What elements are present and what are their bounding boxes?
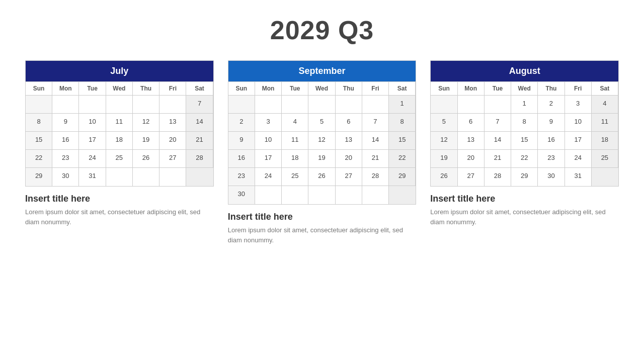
- day-name-fri-september: Fri: [362, 82, 389, 96]
- day-cell-september-w4-d3: 26: [308, 168, 335, 186]
- day-cell-september-w0-d2: [282, 96, 308, 114]
- day-name-mon-september: Mon: [255, 82, 282, 96]
- day-cell-september-w4-d2: 25: [282, 168, 308, 186]
- day-cell-july-w0-d1: [52, 96, 79, 114]
- day-cell-september-w5-d5: [362, 186, 389, 204]
- calendars-row: JulySunMonTueWedThuFriSat789101112131415…: [25, 60, 619, 245]
- day-cell-august-w0-d6: 4: [592, 96, 618, 114]
- day-cell-september-w0-d0: [228, 96, 255, 114]
- day-cell-september-w4-d4: 27: [336, 168, 362, 186]
- info-title-august: Insert title here: [430, 194, 619, 204]
- day-cell-july-w3-d2: 24: [79, 150, 106, 168]
- day-cell-september-w5-d3: [308, 186, 335, 204]
- day-cell-september-w3-d6: 22: [389, 150, 416, 168]
- day-cell-august-w2-d4: 16: [538, 132, 565, 150]
- calendar-info-july: Insert title hereLorem ipsum dolor sit a…: [25, 194, 214, 227]
- day-cell-september-w0-d4: [336, 96, 362, 114]
- day-name-tue-july: Tue: [79, 82, 106, 96]
- day-cell-july-w2-d4: 19: [133, 132, 159, 150]
- calendar-september: SeptemberSunMonTueWedThuFriSat1234567891…: [228, 60, 417, 245]
- day-cell-august-w3-d0: 19: [431, 150, 457, 168]
- day-name-tue-september: Tue: [282, 82, 308, 96]
- day-cell-july-w4-d0: 29: [26, 168, 52, 186]
- day-cell-july-w2-d1: 16: [52, 132, 79, 150]
- day-cell-september-w5-d0: 30: [228, 186, 255, 204]
- day-name-sat-september: Sat: [389, 82, 416, 96]
- day-cell-august-w2-d1: 13: [458, 132, 485, 150]
- day-cell-september-w2-d6: 15: [389, 132, 416, 150]
- day-cell-september-w4-d6: 29: [389, 168, 416, 186]
- day-cell-september-w5-d1: [255, 186, 282, 204]
- page-title: 2029 Q3: [270, 15, 374, 45]
- day-cell-september-w3-d5: 21: [362, 150, 389, 168]
- info-title-july: Insert title here: [25, 194, 214, 204]
- day-cell-august-w1-d1: 6: [458, 114, 485, 132]
- day-cell-august-w4-d1: 27: [458, 168, 485, 186]
- day-cell-september-w5-d2: [282, 186, 308, 204]
- day-cell-august-w1-d2: 7: [485, 114, 511, 132]
- day-cell-july-w3-d6: 28: [186, 150, 213, 168]
- calendar-header-september: September: [228, 61, 416, 81]
- day-cell-september-w3-d4: 20: [336, 150, 362, 168]
- day-cell-august-w3-d2: 21: [485, 150, 511, 168]
- day-cell-september-w2-d5: 14: [362, 132, 389, 150]
- day-cell-july-w4-d6: [186, 168, 213, 186]
- day-name-sun-july: Sun: [26, 82, 52, 96]
- day-cell-september-w0-d3: [308, 96, 335, 114]
- day-cell-august-w1-d4: 9: [538, 114, 565, 132]
- calendar-grid-september: SunMonTueWedThuFriSat1234567891011121314…: [228, 81, 416, 204]
- day-cell-september-w4-d0: 23: [228, 168, 255, 186]
- calendar-header-july: July: [26, 61, 213, 81]
- day-cell-august-w0-d2: [485, 96, 511, 114]
- day-cell-september-w2-d0: 9: [228, 132, 255, 150]
- day-cell-august-w4-d2: 28: [485, 168, 511, 186]
- day-cell-september-w4-d1: 24: [255, 168, 282, 186]
- day-name-wed-july: Wed: [106, 82, 133, 96]
- day-name-sun-august: Sun: [431, 82, 457, 96]
- day-cell-august-w3-d4: 23: [538, 150, 565, 168]
- calendar-container-september: SeptemberSunMonTueWedThuFriSat1234567891…: [228, 60, 417, 205]
- day-name-wed-august: Wed: [511, 82, 538, 96]
- day-cell-july-w0-d5: [159, 96, 186, 114]
- day-cell-july-w3-d0: 22: [26, 150, 52, 168]
- day-name-fri-august: Fri: [565, 82, 592, 96]
- day-cell-september-w1-d4: 6: [336, 114, 362, 132]
- day-cell-august-w1-d6: 11: [592, 114, 618, 132]
- day-cell-august-w0-d3: 1: [511, 96, 538, 114]
- day-cell-august-w4-d3: 29: [511, 168, 538, 186]
- day-cell-july-w1-d6: 14: [186, 114, 213, 132]
- day-cell-july-w3-d4: 26: [133, 150, 159, 168]
- day-cell-july-w1-d2: 10: [79, 114, 106, 132]
- calendar-info-september: Insert title hereLorem ipsum dolor sit a…: [228, 212, 417, 245]
- day-cell-september-w0-d6: 1: [389, 96, 416, 114]
- day-cell-august-w4-d6: [592, 168, 618, 186]
- day-cell-august-w4-d0: 26: [431, 168, 457, 186]
- day-cell-august-w4-d4: 30: [538, 168, 565, 186]
- day-name-thu-july: Thu: [133, 82, 159, 96]
- calendar-container-july: JulySunMonTueWedThuFriSat789101112131415…: [25, 60, 214, 187]
- day-cell-september-w3-d3: 19: [308, 150, 335, 168]
- day-cell-august-w2-d3: 15: [511, 132, 538, 150]
- day-cell-july-w1-d0: 8: [26, 114, 52, 132]
- calendar-grid-august: SunMonTueWedThuFriSat1234567891011121314…: [431, 81, 618, 186]
- calendar-header-august: August: [431, 61, 618, 81]
- day-name-thu-september: Thu: [336, 82, 362, 96]
- day-cell-september-w3-d0: 16: [228, 150, 255, 168]
- calendar-grid-july: SunMonTueWedThuFriSat7891011121314151617…: [26, 81, 213, 186]
- day-cell-july-w3-d5: 27: [159, 150, 186, 168]
- day-cell-august-w1-d0: 5: [431, 114, 457, 132]
- day-cell-september-w1-d2: 4: [282, 114, 308, 132]
- day-name-wed-september: Wed: [308, 82, 335, 96]
- info-title-september: Insert title here: [228, 212, 417, 222]
- calendar-info-august: Insert title hereLorem ipsum dolor sit a…: [430, 194, 619, 227]
- day-cell-july-w4-d2: 31: [79, 168, 106, 186]
- info-body-september: Lorem ipsum dolor sit amet, consectetuer…: [228, 225, 417, 245]
- info-body-july: Lorem ipsum dolor sit amet, consectetuer…: [25, 207, 214, 227]
- day-name-thu-august: Thu: [538, 82, 565, 96]
- day-cell-july-w1-d5: 13: [159, 114, 186, 132]
- day-cell-august-w1-d3: 8: [511, 114, 538, 132]
- day-cell-september-w4-d5: 28: [362, 168, 389, 186]
- info-body-august: Lorem ipsum dolor sit amet, consectetuer…: [430, 207, 619, 227]
- day-cell-august-w0-d4: 2: [538, 96, 565, 114]
- day-cell-september-w2-d3: 12: [308, 132, 335, 150]
